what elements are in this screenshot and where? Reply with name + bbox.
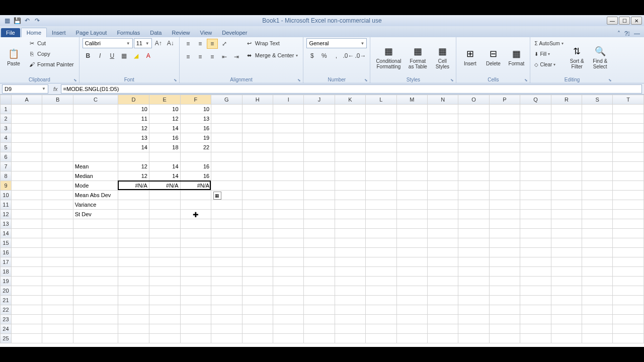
cell-O16[interactable] bbox=[458, 248, 489, 257]
cell-B3[interactable] bbox=[42, 124, 73, 133]
cell-H15[interactable] bbox=[242, 238, 273, 248]
cell-Q17[interactable] bbox=[520, 257, 551, 267]
cell-O7[interactable] bbox=[458, 162, 489, 171]
cell-C10[interactable]: Mean Abs Dev bbox=[73, 191, 118, 200]
cell-N23[interactable] bbox=[427, 315, 458, 324]
col-header-B[interactable]: B bbox=[42, 95, 73, 105]
cell-S1[interactable] bbox=[582, 105, 613, 114]
cell-P11[interactable] bbox=[489, 200, 520, 210]
cell-T11[interactable] bbox=[613, 200, 644, 210]
cell-G12[interactable] bbox=[211, 210, 242, 219]
cell-K25[interactable] bbox=[335, 334, 365, 343]
cell-T15[interactable] bbox=[613, 238, 644, 248]
cell-styles-button[interactable]: ▦Cell Styles bbox=[432, 38, 453, 76]
cell-F6[interactable] bbox=[180, 152, 211, 162]
col-header-A[interactable]: A bbox=[11, 95, 42, 105]
cell-R7[interactable] bbox=[551, 162, 582, 171]
font-color-button[interactable]: A bbox=[143, 51, 154, 61]
cell-T21[interactable] bbox=[613, 296, 644, 305]
cell-I14[interactable] bbox=[273, 229, 303, 238]
cell-O5[interactable] bbox=[458, 143, 489, 152]
cell-H22[interactable] bbox=[242, 305, 273, 315]
cell-D18[interactable] bbox=[118, 267, 149, 277]
row-header-17[interactable]: 17 bbox=[1, 257, 12, 267]
cell-J9[interactable] bbox=[304, 181, 335, 191]
col-header-C[interactable]: C bbox=[73, 95, 118, 105]
cell-K6[interactable] bbox=[335, 152, 365, 162]
cell-C4[interactable] bbox=[73, 133, 118, 143]
cell-F14[interactable] bbox=[180, 229, 211, 238]
cell-O6[interactable] bbox=[458, 152, 489, 162]
row-header-5[interactable]: 5 bbox=[1, 143, 12, 152]
cell-N6[interactable] bbox=[427, 152, 458, 162]
col-header-T[interactable]: T bbox=[613, 95, 644, 105]
cell-E7[interactable]: 14 bbox=[149, 162, 180, 171]
cell-C8[interactable]: Median bbox=[73, 171, 118, 181]
cell-B25[interactable] bbox=[42, 334, 73, 343]
col-header-D[interactable]: D bbox=[118, 95, 149, 105]
cell-T1[interactable] bbox=[613, 105, 644, 114]
cell-R16[interactable] bbox=[551, 248, 582, 257]
format-cells-button[interactable]: ▦Format bbox=[506, 38, 527, 76]
cell-G21[interactable] bbox=[211, 296, 242, 305]
cell-E3[interactable]: 14 bbox=[149, 124, 180, 133]
cell-R1[interactable] bbox=[551, 105, 582, 114]
select-all-corner[interactable] bbox=[1, 95, 12, 105]
cell-N10[interactable] bbox=[427, 191, 458, 200]
cell-D19[interactable] bbox=[118, 277, 149, 286]
cell-E10[interactable] bbox=[149, 191, 180, 200]
minimize-button[interactable]: — bbox=[607, 17, 618, 25]
cell-K20[interactable] bbox=[335, 286, 365, 296]
cell-B8[interactable] bbox=[42, 171, 73, 181]
cell-J19[interactable] bbox=[304, 277, 335, 286]
cell-A10[interactable] bbox=[11, 191, 42, 200]
cell-G6[interactable] bbox=[211, 152, 242, 162]
cell-H7[interactable] bbox=[242, 162, 273, 171]
bold-button[interactable]: B bbox=[83, 51, 94, 61]
col-header-S[interactable]: S bbox=[582, 95, 613, 105]
cell-L20[interactable] bbox=[366, 286, 396, 296]
cell-P2[interactable] bbox=[489, 114, 520, 124]
wrap-text-button[interactable]: ↩Wrap Text bbox=[244, 38, 300, 48]
cell-A8[interactable] bbox=[11, 171, 42, 181]
cell-D6[interactable] bbox=[118, 152, 149, 162]
cell-K19[interactable] bbox=[335, 277, 365, 286]
cell-T14[interactable] bbox=[613, 229, 644, 238]
cell-C1[interactable] bbox=[73, 105, 118, 114]
tab-view[interactable]: View bbox=[195, 28, 217, 37]
tab-insert[interactable]: Insert bbox=[47, 28, 71, 37]
cell-L14[interactable] bbox=[366, 229, 396, 238]
cell-Q5[interactable] bbox=[520, 143, 551, 152]
cell-A15[interactable] bbox=[11, 238, 42, 248]
cell-D14[interactable] bbox=[118, 229, 149, 238]
cell-I2[interactable] bbox=[273, 114, 303, 124]
cell-M19[interactable] bbox=[396, 277, 427, 286]
cell-D21[interactable] bbox=[118, 296, 149, 305]
cell-M18[interactable] bbox=[396, 267, 427, 277]
tab-home[interactable]: Home bbox=[21, 28, 47, 37]
cell-R5[interactable] bbox=[551, 143, 582, 152]
cell-I11[interactable] bbox=[273, 200, 303, 210]
cell-J12[interactable] bbox=[304, 210, 335, 219]
cell-N1[interactable] bbox=[427, 105, 458, 114]
cell-C19[interactable] bbox=[73, 277, 118, 286]
cell-O20[interactable] bbox=[458, 286, 489, 296]
tab-formulas[interactable]: Formulas bbox=[112, 28, 145, 37]
cell-R12[interactable] bbox=[551, 210, 582, 219]
cell-C18[interactable] bbox=[73, 267, 118, 277]
cell-Q23[interactable] bbox=[520, 315, 551, 324]
cell-G2[interactable] bbox=[211, 114, 242, 124]
maximize-button[interactable]: ☐ bbox=[619, 17, 630, 25]
cell-K21[interactable] bbox=[335, 296, 365, 305]
cell-T3[interactable] bbox=[613, 124, 644, 133]
cell-E23[interactable] bbox=[149, 315, 180, 324]
cell-D9[interactable]: #N/A bbox=[118, 181, 149, 191]
row-header-14[interactable]: 14 bbox=[1, 229, 12, 238]
cell-O22[interactable] bbox=[458, 305, 489, 315]
cell-G16[interactable] bbox=[211, 248, 242, 257]
col-header-G[interactable]: G bbox=[211, 95, 242, 105]
orientation-button[interactable]: ⤢ bbox=[219, 39, 230, 49]
cell-D2[interactable]: 11 bbox=[118, 114, 149, 124]
cell-L9[interactable] bbox=[366, 181, 396, 191]
cell-I9[interactable] bbox=[273, 181, 303, 191]
